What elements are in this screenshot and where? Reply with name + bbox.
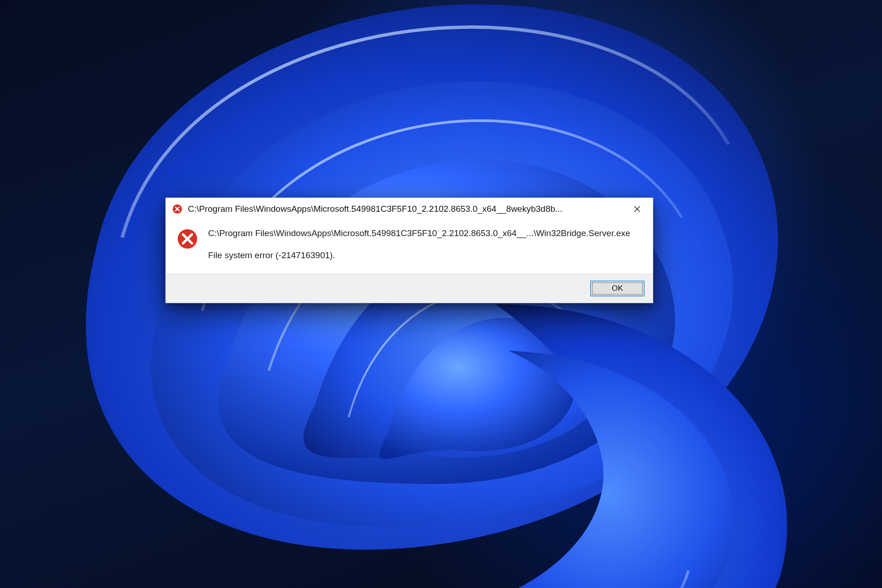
dialog-titlebar[interactable]: C:\Program Files\WindowsApps\Microsoft.5… <box>166 198 653 220</box>
ok-button[interactable]: OK <box>590 281 645 296</box>
error-dialog: C:\Program Files\WindowsApps\Microsoft.5… <box>165 198 653 303</box>
error-icon <box>172 204 182 214</box>
dialog-footer: OK <box>166 274 653 303</box>
dialog-body: C:\Program Files\WindowsApps\Microsoft.5… <box>166 220 653 274</box>
error-icon <box>177 228 198 249</box>
dialog-message-path: C:\Program Files\WindowsApps\Microsoft.5… <box>208 227 640 239</box>
dialog-message-error: File system error (-2147163901). <box>208 249 640 261</box>
close-button[interactable] <box>624 199 650 219</box>
dialog-title: C:\Program Files\WindowsApps\Microsoft.5… <box>188 204 624 214</box>
